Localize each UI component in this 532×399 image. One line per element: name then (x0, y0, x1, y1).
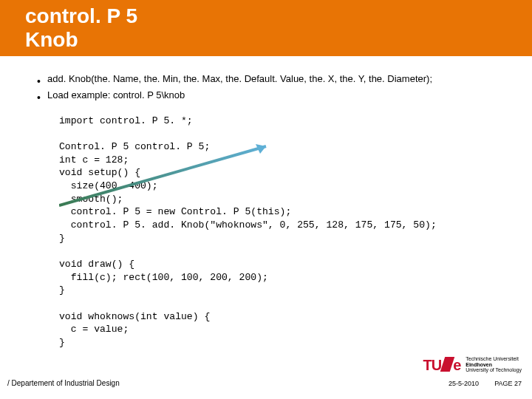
footer: TU e Technische Universiteit Eindhoven U… (0, 361, 532, 390)
logo-text-2: Eindhoven (466, 362, 492, 367)
slide-title: control. P 5 Knob (25, 4, 532, 52)
code-block: import control. P 5. *; Control. P 5 con… (59, 115, 502, 349)
logo-e: e (453, 357, 461, 374)
date-label: 25-5-2010 (449, 380, 479, 387)
bullet-list: add. Knob(the. Name, the. Min, the. Max,… (37, 71, 502, 103)
logo-mark: TU e (423, 355, 461, 374)
title-line-2: Knob (25, 28, 78, 51)
logo-tu: TU (423, 357, 441, 374)
department-label: / Departement of Industrial Design (7, 379, 120, 387)
page-label: PAGE 27 (494, 380, 522, 387)
slide-content: add. Knob(the. Name, the. Min, the. Max,… (0, 56, 532, 349)
title-bar: control. P 5 Knob (0, 0, 532, 56)
title-line-1: control. P 5 (25, 4, 137, 27)
university-logo: TU e Technische Universiteit Eindhoven U… (423, 355, 522, 374)
logo-text-3: University of Technology (466, 367, 522, 372)
logo-text: Technische Universiteit Eindhoven Univer… (466, 356, 522, 373)
bullet-1: add. Knob(the. Name, the. Min, the. Max,… (37, 71, 502, 87)
bullet-2: Load example: control. P 5\knob (37, 87, 502, 103)
logo-text-1: Technische Universiteit (466, 356, 519, 361)
